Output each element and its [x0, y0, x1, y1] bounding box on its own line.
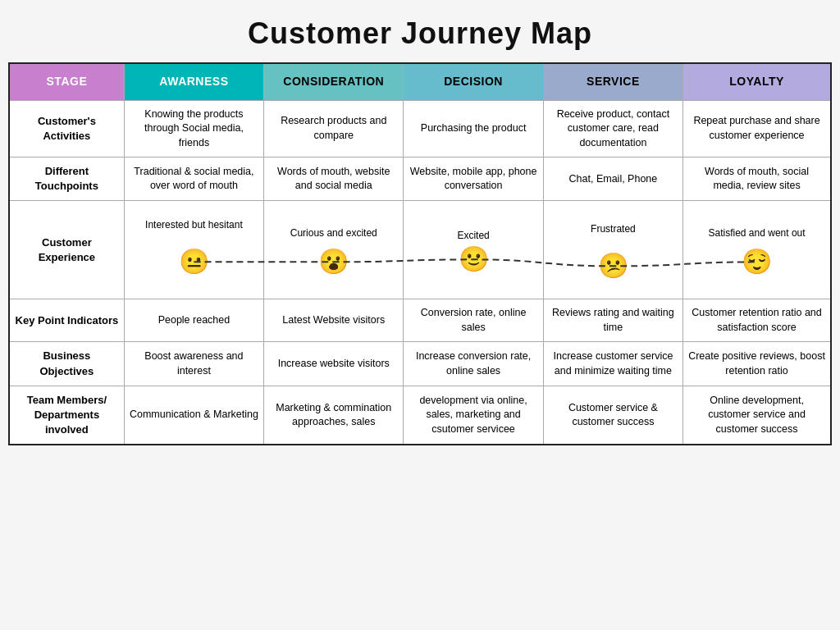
touchpoints-label: Different Touchpoints [9, 158, 124, 201]
experience-service-emoji: 😕 [598, 253, 628, 278]
header-decision: DECISION [404, 63, 543, 100]
objectives-decision: Increase conversion rate, online sales [404, 342, 543, 386]
team-row: Team Members/ Departments involved Commu… [9, 386, 831, 445]
touchpoints-consideration: Words of mouth, website and social media [264, 158, 404, 201]
touchpoints-awarness: Traditional & social media, over word of… [124, 158, 263, 201]
kpi-consideration: Latest Website visitors [264, 299, 404, 342]
header-stage: STAGE [9, 63, 124, 100]
team-decision: development via online, sales, marketing… [404, 386, 543, 445]
experience-decision: Excited 🙂 [404, 201, 543, 299]
experience-awarness: Interested but hesitant 😐 [124, 201, 263, 299]
experience-consideration-label: Curious and excited [290, 226, 377, 240]
header-consideration: CONSIDERATION [264, 63, 404, 100]
activities-loyalty: Repeat purchase and share customer exper… [683, 100, 831, 158]
team-consideration: Marketing & commination approaches, sale… [264, 386, 404, 445]
experience-awarness-emoji: 😐 [179, 249, 209, 274]
touchpoints-loyalty: Words of mouth, social media, review sit… [683, 158, 831, 201]
activities-label: Customer's Activities [9, 100, 124, 158]
touchpoints-row: Different Touchpoints Traditional & soci… [9, 158, 831, 201]
objectives-label: Business Objectives [9, 342, 124, 386]
team-awarness: Communication & Marketing [124, 386, 263, 445]
experience-loyalty: Satisfied and went out 😌 [683, 201, 831, 299]
objectives-awarness: Boost awareness and interest [124, 342, 263, 386]
kpi-loyalty: Customer retention ratio and satisfactio… [683, 299, 831, 342]
touchpoints-service: Chat, Email, Phone [543, 158, 682, 201]
journey-map-table: STAGE AWARNESS CONSIDERATION DECISION SE… [8, 62, 832, 445]
activities-awarness: Knowing the products through Social medi… [124, 100, 263, 158]
kpi-row: Key Point Indicators People reached Late… [9, 299, 831, 342]
kpi-service: Reviews rating and waiting time [543, 299, 682, 342]
activities-service: Receive product, contact customer care, … [543, 100, 682, 158]
kpi-awarness: People reached [124, 299, 263, 342]
experience-consideration: Curious and excited 😮 [264, 201, 404, 299]
experience-awarness-label: Interested but hesitant [145, 218, 243, 232]
page-title: Customer Journey Map [8, 8, 832, 62]
header-row: STAGE AWARNESS CONSIDERATION DECISION SE… [9, 63, 831, 100]
team-service: Customer service & customer success [543, 386, 682, 445]
objectives-consideration: Increase website visitors [264, 342, 404, 386]
activities-consideration: Research products and compare [264, 100, 404, 158]
objectives-row: Business Objectives Boost awareness and … [9, 342, 831, 386]
objectives-service: Increase customer service and minimize w… [543, 342, 682, 386]
experience-decision-emoji: 🙂 [459, 247, 489, 272]
experience-loyalty-label: Satisfied and went out [709, 226, 806, 240]
header-awarness: AWARNESS [124, 63, 263, 100]
experience-row: Customer Experience Interested but hesit… [9, 201, 831, 299]
kpi-decision: Conversion rate, online sales [404, 299, 543, 342]
experience-decision-label: Excited [457, 229, 489, 243]
experience-consideration-emoji: 😮 [318, 249, 349, 274]
activities-decision: Purchasing the product [404, 100, 543, 158]
touchpoints-decision: Website, mobile app, phone conversation [404, 158, 543, 201]
kpi-label: Key Point Indicators [9, 299, 124, 342]
team-loyalty: Online development, customer service and… [683, 386, 831, 445]
experience-service: Frustrated 😕 [543, 201, 682, 299]
objectives-loyalty: Create positive reviews, boost retention… [683, 342, 831, 386]
header-loyalty: LOYALTY [683, 63, 831, 100]
activities-row: Customer's Activities Knowing the produc… [9, 100, 831, 158]
header-service: SERVICE [543, 63, 682, 100]
experience-service-label: Frustrated [591, 222, 636, 236]
experience-loyalty-emoji: 😌 [742, 249, 772, 274]
experience-label: Customer Experience [9, 201, 124, 299]
team-label: Team Members/ Departments involved [9, 386, 124, 445]
